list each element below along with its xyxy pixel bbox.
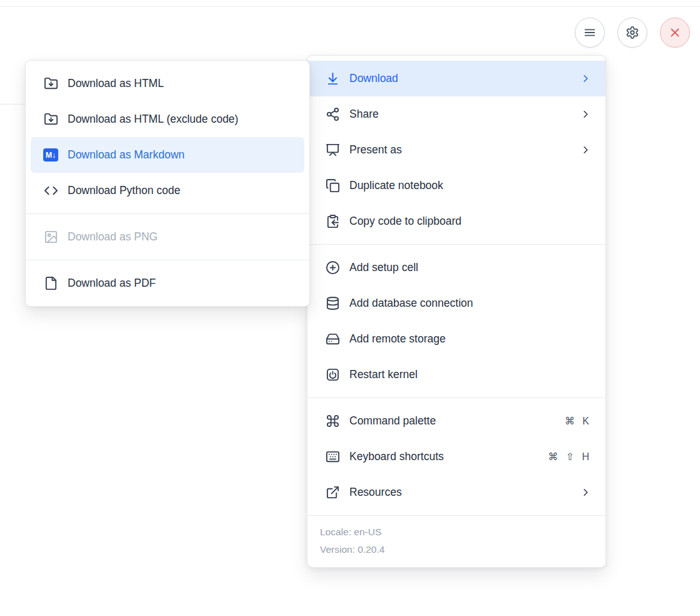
menu-footer: Locale: en-US Version: 0.20.4	[307, 515, 605, 567]
presentation-icon	[325, 143, 340, 158]
chevron-right-icon	[580, 108, 592, 120]
command-icon	[325, 414, 340, 429]
menu-item-label: Resources	[349, 486, 570, 499]
file-icon	[43, 276, 58, 291]
menu-item-present-as[interactable]: Present as	[307, 132, 605, 168]
menu-item-label: Keyboard shortcuts	[349, 450, 538, 463]
version-text: Version: 0.20.4	[307, 541, 605, 558]
menu-item-label: Download as Markdown	[68, 148, 296, 162]
notebook-menu-button[interactable]	[575, 18, 605, 48]
menu-item-download-as-png: Download as PNG	[26, 219, 309, 255]
menu-item-label: Add setup cell	[349, 261, 592, 274]
submenu-section-pdf: Download as PDF	[26, 260, 309, 306]
share-icon	[325, 107, 340, 122]
download-submenu: Download as HTML Download as HTML (exclu…	[25, 60, 310, 307]
hamburger-icon	[583, 26, 597, 39]
settings-button[interactable]	[617, 18, 647, 48]
menu-item-download-as-pdf[interactable]: Download as PDF	[26, 265, 309, 301]
power-icon	[325, 367, 340, 382]
menu-item-label: Add database connection	[349, 297, 592, 310]
menu-item-label: Download as PDF	[68, 277, 296, 290]
keyboard-icon	[325, 449, 340, 465]
menu-item-download-as-html-exclude-code[interactable]: Download as HTML (exclude code)	[26, 101, 309, 137]
external-link-icon	[325, 485, 340, 500]
image-icon	[43, 230, 58, 245]
gear-icon	[625, 26, 639, 39]
database-icon	[325, 296, 340, 311]
submenu-section-formats: Download as HTML Download as HTML (exclu…	[26, 61, 309, 213]
menu-section-notebook-tools: Add setup cell Add database connection A…	[307, 244, 605, 398]
download-icon	[325, 71, 340, 86]
menu-item-share[interactable]: Share	[307, 96, 605, 132]
menu-item-label: Download as HTML	[68, 77, 296, 90]
chevron-right-icon	[580, 486, 592, 498]
markdown-badge-icon: M↓	[43, 148, 58, 163]
notebook-actions-menu: Download Share Present as	[307, 55, 606, 568]
markdown-badge-glyph: M↓	[43, 148, 58, 162]
clipboard-copy-icon	[325, 214, 340, 229]
shortcut-hint: ⌘ ⇧ H	[548, 451, 592, 463]
app-window: Download Share Present as	[0, 0, 700, 616]
menu-item-copy-code[interactable]: Copy code to clipboard	[307, 203, 605, 239]
chevron-right-icon	[580, 73, 592, 85]
locale-text: Locale: en-US	[307, 523, 605, 541]
background-cell-border	[0, 104, 25, 105]
shortcut-hint: ⌘ K	[565, 415, 592, 427]
menu-item-label: Command palette	[349, 414, 555, 428]
folder-download-icon	[43, 76, 58, 91]
menu-item-label: Share	[349, 108, 570, 121]
menu-item-download-as-html[interactable]: Download as HTML	[26, 66, 309, 101]
menu-item-duplicate-notebook[interactable]: Duplicate notebook	[307, 168, 605, 203]
top-divider	[0, 6, 700, 7]
menu-section-download-share: Download Share Present as	[307, 56, 605, 244]
menu-item-label: Download as PNG	[68, 230, 296, 244]
menu-item-label: Copy code to clipboard	[349, 215, 592, 228]
menu-item-command-palette[interactable]: Command palette ⌘ K	[307, 403, 605, 439]
menu-item-label: Present as	[349, 143, 570, 157]
menu-item-keyboard-shortcuts[interactable]: Keyboard shortcuts ⌘ ⇧ H	[307, 439, 605, 475]
menu-item-label: Duplicate notebook	[349, 179, 592, 192]
menu-item-label: Restart kernel	[349, 368, 592, 381]
menu-item-download-as-markdown[interactable]: M↓ Download as Markdown	[31, 137, 304, 173]
chevron-right-icon	[580, 144, 592, 156]
menu-item-add-database-connection[interactable]: Add database connection	[307, 285, 605, 321]
hard-drive-icon	[325, 332, 340, 347]
menu-item-resources[interactable]: Resources	[307, 475, 605, 510]
code-icon	[43, 183, 58, 198]
menu-item-label: Download as HTML (exclude code)	[68, 113, 296, 126]
menu-item-label: Download	[349, 72, 570, 85]
menu-item-download-python-code[interactable]: Download Python code	[26, 173, 309, 208]
menu-item-download[interactable]: Download	[307, 61, 605, 96]
duplicate-icon	[325, 178, 340, 193]
submenu-section-png: Download as PNG	[26, 213, 309, 260]
menu-item-add-remote-storage[interactable]: Add remote storage	[307, 321, 605, 357]
menu-item-label: Download Python code	[68, 184, 296, 197]
circle-plus-icon	[325, 260, 340, 275]
close-icon	[668, 26, 682, 39]
menu-section-help: Command palette ⌘ K Keyboard shortcuts ⌘…	[307, 398, 605, 515]
close-button[interactable]	[660, 18, 690, 48]
menu-item-label: Add remote storage	[349, 332, 592, 346]
menu-item-add-setup-cell[interactable]: Add setup cell	[307, 250, 605, 285]
folder-download-icon	[43, 112, 58, 127]
menu-item-restart-kernel[interactable]: Restart kernel	[307, 357, 605, 393]
